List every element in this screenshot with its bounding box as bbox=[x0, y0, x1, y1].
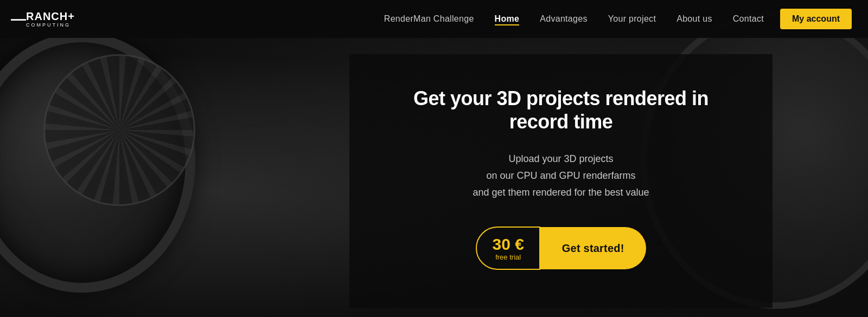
nav-link-contact[interactable]: Contact bbox=[733, 14, 764, 23]
gear-teeth-decoration bbox=[43, 54, 195, 206]
logo[interactable]: — RANCH+ COMPUTING bbox=[11, 10, 75, 28]
nav-link-renderman[interactable]: RenderMan Challenge bbox=[384, 14, 474, 23]
my-account-button[interactable]: My account bbox=[780, 9, 852, 29]
trial-amount: 30 € bbox=[492, 235, 524, 253]
logo-sub: COMPUTING bbox=[26, 22, 75, 28]
nav-item-advantages: Advantages bbox=[540, 14, 588, 24]
logo-main: RANCH+ bbox=[26, 10, 75, 22]
nav-link-advantages[interactable]: Advantages bbox=[540, 14, 588, 23]
hero-subtitle-line1: Upload your 3D projects bbox=[508, 153, 613, 164]
cta-row: 30 € free trial Get started! bbox=[393, 227, 729, 270]
hero-title: Get your 3D projects rendered in record … bbox=[393, 87, 729, 133]
nav-item-renderman: RenderMan Challenge bbox=[384, 14, 474, 24]
logo-icon: — bbox=[11, 11, 25, 27]
nav-link-about-us[interactable]: About us bbox=[676, 14, 712, 23]
hero-content: Get your 3D projects rendered in record … bbox=[349, 54, 773, 308]
hero-subtitle-line3: and get them rendered for the best value bbox=[473, 187, 649, 198]
hero-section: — RANCH+ COMPUTING RenderMan Challenge H… bbox=[0, 0, 868, 317]
nav-links: RenderMan Challenge Home Advantages Your… bbox=[384, 14, 764, 24]
hero-subtitle: Upload your 3D projects on our CPU and G… bbox=[393, 151, 729, 200]
get-started-button[interactable]: Get started! bbox=[540, 227, 646, 269]
nav-item-your-project: Your project bbox=[608, 14, 656, 24]
nav-item-about-us: About us bbox=[676, 14, 712, 24]
nav-link-your-project[interactable]: Your project bbox=[608, 14, 656, 23]
trial-badge: 30 € free trial bbox=[476, 227, 540, 270]
trial-label: free trial bbox=[495, 253, 521, 261]
navbar: — RANCH+ COMPUTING RenderMan Challenge H… bbox=[0, 0, 868, 38]
nav-item-contact: Contact bbox=[733, 14, 764, 24]
hero-subtitle-line2: on our CPU and GPU renderfarms bbox=[486, 170, 635, 181]
nav-item-home: Home bbox=[495, 14, 520, 24]
nav-link-home[interactable]: Home bbox=[495, 14, 520, 25]
logo-text: RANCH+ COMPUTING bbox=[26, 10, 75, 28]
